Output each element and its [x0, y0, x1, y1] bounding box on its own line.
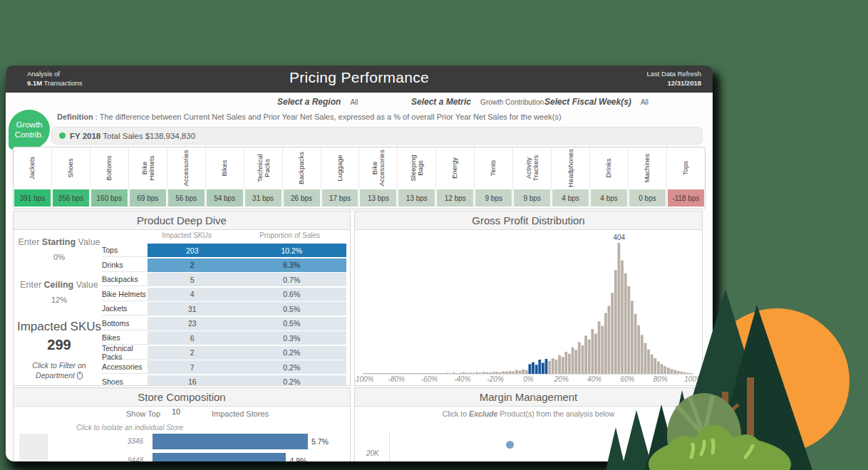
- category-column: Activity Trackers9 bps: [513, 147, 552, 209]
- category-bps-value[interactable]: 17 bps: [322, 189, 358, 207]
- metric-filter[interactable]: Select a Metric Growth Contribution: [411, 97, 544, 107]
- x-axis-tick: -20%: [487, 375, 504, 383]
- category-bps-value[interactable]: 56 bps: [168, 189, 205, 207]
- table-row[interactable]: Shoes160.2%: [102, 375, 346, 386]
- category-bps-value[interactable]: 4 bps: [552, 189, 589, 207]
- category-bps-value[interactable]: 0 bps: [629, 189, 666, 207]
- page-title: Pricing Performance: [6, 69, 713, 86]
- ceiling-value-label: Enter Ceiling Value: [16, 280, 102, 290]
- table-row[interactable]: Bottoms230.5%: [102, 317, 346, 330]
- category-column: Sleeping Bags13 bps: [398, 147, 436, 209]
- dashboard-header: Analysis of 9.1M Transactions Pricing Pe…: [6, 66, 713, 93]
- metric-filter-value[interactable]: Growth Contribution: [480, 98, 544, 106]
- store-id-label: 9448: [14, 456, 143, 461]
- category-column: Energy12 bps: [436, 147, 475, 209]
- category-name: Bottoms: [91, 147, 128, 189]
- store-bar-row: 33465.7%: [14, 434, 350, 451]
- x-axis-line: [363, 374, 693, 375]
- table-row[interactable]: Jackets310.5%: [102, 302, 346, 315]
- table-row[interactable]: Technical Packs20.2%: [102, 346, 346, 360]
- show-top-input[interactable]: 10: [172, 407, 180, 416]
- exclude-product-hint[interactable]: Click to Exclude Product(s) from the ana…: [355, 409, 702, 418]
- x-axis-tick: 100%: [684, 375, 702, 383]
- category-bps-value[interactable]: 160 bps: [91, 189, 128, 207]
- category-name: Bike Accessories: [359, 147, 397, 189]
- category-bps-value[interactable]: 13 bps: [398, 189, 435, 207]
- tree-branch: [725, 404, 738, 417]
- category-bps-value[interactable]: 31 bps: [245, 189, 281, 207]
- y-axis-line: [389, 431, 390, 461]
- category-bps-value[interactable]: -118 bps: [668, 189, 704, 207]
- starting-value-label: Enter Starting Value: [16, 237, 102, 247]
- dashboard-card: Analysis of 9.1M Transactions Pricing Pe…: [6, 66, 713, 461]
- store-composition-panel: Store Composition Show Top 10 Impacted S…: [13, 387, 351, 461]
- category-name: Technical Packs: [244, 147, 282, 189]
- impacted-skus-label: Impacted SKUs: [16, 320, 102, 334]
- category-column: Technical Packs31 bps: [244, 147, 283, 209]
- isolate-store-hint[interactable]: Click to Isolate an individual Store: [76, 424, 183, 432]
- panel-title: Store Composition: [14, 388, 350, 407]
- metric-badge[interactable]: Growth Contrib.: [9, 110, 50, 150]
- product-scatter-point[interactable]: [506, 441, 514, 449]
- table-row[interactable]: Tops20310.2%: [102, 244, 346, 257]
- category-bps-strip: Jackets391 bpsShoes356 bpsBottoms160 bps…: [13, 147, 706, 209]
- category-name: Bike Helmets: [129, 147, 167, 189]
- impacted-stores-label: Impacted Stores: [212, 409, 269, 418]
- fiscal-week-filter-value[interactable]: All: [641, 98, 649, 106]
- table-row[interactable]: Bike Helmets40.6%: [102, 288, 346, 301]
- category-name: Tops: [667, 147, 705, 189]
- category-bps-value[interactable]: 54 bps: [207, 189, 243, 207]
- table-row[interactable]: Bikes60.3%: [102, 331, 346, 345]
- category-name: Tents: [475, 147, 512, 189]
- peak-count-label: 404: [613, 234, 625, 241]
- store-bar[interactable]: [153, 453, 286, 461]
- category-bps-value[interactable]: 13 bps: [360, 189, 396, 207]
- category-column: Bike Accessories13 bps: [359, 147, 398, 209]
- category-bps-value[interactable]: 391 bps: [14, 189, 51, 207]
- fy-legend-dot: [59, 132, 66, 139]
- category-column: Machines0 bps: [629, 147, 667, 209]
- category-name: Shoes: [52, 147, 90, 189]
- filter-department-hint[interactable]: Click to Filter on Department: [16, 360, 102, 380]
- category-column: Backpacks26 bps: [283, 147, 321, 209]
- show-top-label: Show Top: [126, 409, 160, 418]
- region-filter[interactable]: Select a Region All: [277, 97, 358, 107]
- category-column: Bikes54 bps: [206, 147, 244, 209]
- category-column: Accessories56 bps: [167, 147, 206, 209]
- fiscal-week-filter[interactable]: Select Fiscal Week(s) All: [544, 97, 649, 107]
- sun-icon: [704, 308, 849, 454]
- store-bar[interactable]: [153, 434, 308, 449]
- panel-title: Gross Profit Distribution: [355, 212, 702, 230]
- category-bps-value[interactable]: 69 bps: [130, 189, 166, 207]
- category-column: Bottoms160 bps: [91, 147, 129, 209]
- category-bps-value[interactable]: 356 bps: [53, 189, 89, 207]
- table-row[interactable]: Accessories70.2%: [102, 360, 346, 374]
- category-bps-value[interactable]: 9 bps: [475, 189, 512, 207]
- region-filter-value[interactable]: All: [350, 98, 358, 106]
- tree-trunk: [722, 392, 728, 470]
- ceiling-value-input[interactable]: 12%: [16, 296, 102, 304]
- table-row[interactable]: Drinks26.3%: [102, 258, 346, 272]
- filter-row: Select a Region All Select a Metric Grow…: [6, 97, 713, 113]
- category-name: Activity Trackers: [513, 147, 551, 189]
- category-column: Luggage17 bps: [321, 147, 360, 209]
- x-axis-tick: -60%: [421, 375, 438, 383]
- category-name: Sleeping Bags: [398, 147, 435, 189]
- store-pct-label: 5.7%: [311, 437, 329, 446]
- gross-profit-histogram[interactable]: 404-100%-80%-60%-40%-20%0%20%40%60%80%10…: [355, 230, 702, 385]
- table-row[interactable]: Backpacks50.7%: [102, 273, 346, 286]
- y-axis-tick: 20K: [366, 449, 379, 457]
- starting-value-input[interactable]: 0%: [16, 253, 102, 261]
- category-bps-value[interactable]: 4 bps: [591, 189, 627, 207]
- tree-trunk: [747, 377, 754, 470]
- category-bps-value[interactable]: 12 bps: [437, 189, 473, 207]
- category-name: Drinks: [590, 147, 628, 189]
- pine-tree-icon: [711, 305, 812, 470]
- x-axis-tick: 40%: [587, 375, 601, 383]
- category-bps-value[interactable]: 9 bps: [514, 189, 550, 207]
- category-column: Tops-118 bps: [667, 147, 705, 209]
- category-bps-value[interactable]: 26 bps: [284, 189, 320, 207]
- x-axis-tick: -80%: [388, 375, 405, 383]
- fy-total-sales-bar: FY 2018 Total Sales $138,934,830: [51, 127, 703, 145]
- category-column: Jackets391 bps: [14, 147, 52, 209]
